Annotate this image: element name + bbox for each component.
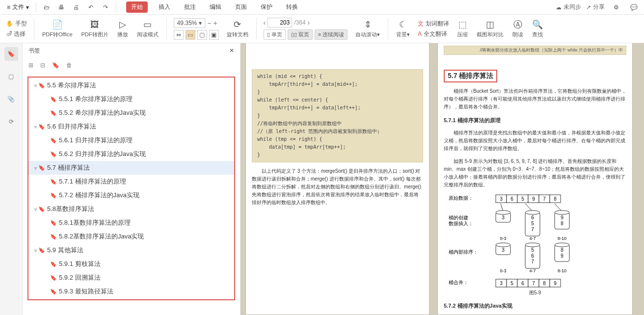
actual-size[interactable]: ▢	[197, 30, 207, 40]
tab-保护[interactable]: 保护	[258, 1, 275, 13]
rotate-label: 旋转文档	[227, 31, 248, 38]
file-label: 文件	[12, 3, 24, 11]
fit-visible[interactable]: ▣	[209, 30, 219, 40]
print-icon[interactable]: 🖨	[70, 1, 82, 14]
hand-tool[interactable]: ✋手型	[6, 20, 27, 28]
double-page[interactable]: ▯▯ 双页	[288, 29, 313, 40]
bookmark-item[interactable]: ▿🔖5.8基数排序算法	[28, 202, 234, 216]
background[interactable]: ☾背景▾	[393, 15, 413, 43]
play-button[interactable]: ▷播放	[114, 15, 131, 43]
open-icon[interactable]: 🗁	[40, 1, 53, 14]
pdf-to-office[interactable]: 📄PDF转Office	[39, 15, 76, 43]
close-icon[interactable]: ✕	[229, 47, 234, 54]
tab-批注[interactable]: 批注	[181, 1, 199, 13]
svg-point-38	[525, 243, 540, 247]
screenshot-compare[interactable]: ◫截图和对比	[474, 15, 507, 43]
zoom-in-icon[interactable]: +	[213, 19, 217, 27]
tab-转换[interactable]: 转换	[283, 1, 301, 13]
read-aloud[interactable]: Ⓐ朗读	[510, 15, 526, 43]
translate-icon: 文	[418, 20, 424, 28]
next-page-icon[interactable]: ›	[308, 19, 310, 26]
tab-开始[interactable]: 开始	[126, 1, 148, 13]
toggle-icon[interactable]: ▿	[32, 207, 38, 212]
attachment-tab-icon[interactable]: 📎	[4, 92, 18, 106]
bookmark-item[interactable]: 🔖5.5.1 希尔排序算法的原理	[28, 92, 234, 106]
svg-text:8-10: 8-10	[558, 268, 566, 273]
bookmark-label: 5.5.1 希尔排序算法的原理	[59, 95, 133, 104]
zoom-select[interactable]: 49.35%▾	[174, 18, 206, 28]
svg-text:5: 5	[531, 247, 534, 253]
background-label: 背景	[396, 31, 407, 37]
save-icon[interactable]: 🖶	[55, 1, 68, 14]
collapse-all-icon[interactable]: ⊟	[40, 62, 45, 69]
file-menu[interactable]: ≡ 文件 ▾	[4, 2, 32, 12]
word-translate[interactable]: 文划词翻译	[418, 20, 449, 28]
para1: 桶排序算法的原理是先找出数组中的最大值和最小值，并根据最大值和最小值定义桶，然后…	[444, 129, 626, 153]
svg-text:5: 5	[531, 221, 534, 226]
undo-icon[interactable]: ↶	[84, 1, 97, 14]
bookmark-item[interactable]: 🔖5.7.2 桶排序算法的Java实现	[28, 188, 234, 202]
compress[interactable]: ⬚压缩	[454, 15, 471, 43]
svg-text:3: 3	[500, 281, 503, 286]
bookmark-item[interactable]: ▿🔖5.5 希尔排序算法	[28, 79, 234, 92]
topbar: ≡ 文件 ▾ 🗁 🖶 🖨 ↶ ↷ 开始插入批注编辑页面保护转换 ☁未同步 ↗分享…	[0, 0, 644, 15]
bookmark-item[interactable]: ▿🔖5.7 桶排序算法	[28, 161, 234, 175]
bookmark-icon: 🔖	[50, 96, 57, 103]
bookmark-item[interactable]: 🔖5.7.1 桶排序算法的原理	[28, 175, 234, 188]
bookmark-item[interactable]: 🔖5.6.2 归并排序算法的Java实现	[28, 147, 234, 161]
svg-text:8: 8	[561, 221, 564, 226]
bookmark-item[interactable]: 🔖5.8.2基数排序算法的Java实现	[28, 230, 234, 243]
svg-text:8-10: 8-10	[558, 236, 566, 241]
zoom-group: 49.35%▾ − + ⇔ ▭ ▢ ▣	[172, 18, 221, 40]
page-input[interactable]	[268, 18, 292, 27]
fit-width[interactable]: ⇔	[174, 30, 184, 40]
toggle-icon[interactable]: ▿	[32, 165, 38, 171]
bookmark-item[interactable]: 🔖5.9.1 剪枝算法	[28, 257, 234, 271]
expand-all-icon[interactable]: ⊞	[28, 62, 33, 69]
cloud-tab-icon[interactable]: ⟳	[4, 115, 18, 129]
svg-text:7: 7	[531, 227, 534, 232]
bookmark-item[interactable]: ▿🔖5.6 归并排序算法	[28, 120, 234, 133]
svg-point-27	[555, 210, 569, 214]
settings-icon[interactable]: ⚙	[610, 1, 622, 14]
find[interactable]: 🔍查找	[529, 15, 546, 43]
bookmark-tab-icon[interactable]: 🔖	[4, 47, 18, 61]
thumbnail-tab-icon[interactable]: ▢	[4, 70, 18, 83]
continuous[interactable]: ≡ 连续阅读	[315, 29, 348, 40]
redo-icon[interactable]: ↷	[99, 1, 112, 14]
chat-icon[interactable]: 💬	[627, 1, 640, 14]
svg-text:6: 6	[521, 281, 524, 286]
toggle-icon[interactable]: ▿	[32, 124, 38, 130]
fit-page[interactable]: ▭	[186, 30, 195, 40]
auto-scroll[interactable]: ⇕自动滚动▾	[352, 15, 383, 43]
bookmark-item[interactable]: 🔖5.5.2 希尔排序算法的Java实现	[28, 106, 234, 120]
add-bookmark-icon[interactable]: 🔖	[52, 62, 59, 69]
single-page[interactable]: ▯ 单页	[264, 29, 286, 40]
pdf-to-image[interactable]: 🖼PDF转图片	[79, 15, 111, 43]
bookmark-item[interactable]: 🔖5.8.1基数排序算法的原理	[28, 216, 234, 230]
tab-插入[interactable]: 插入	[156, 1, 173, 13]
svg-point-35	[496, 243, 510, 247]
rotate-doc[interactable]: ⟳旋转文档	[224, 15, 251, 43]
compress-label: 压缩	[457, 31, 468, 38]
full-translate[interactable]: A全文翻译	[418, 30, 449, 38]
select-tool[interactable]: ⮰选择	[6, 30, 27, 38]
sync-status[interactable]: ☁未同步	[556, 3, 581, 11]
remove-bookmark-icon[interactable]: 🗑	[66, 62, 72, 69]
read-mode[interactable]: ▭阅读模式	[134, 15, 161, 43]
svg-text:5: 5	[510, 281, 513, 286]
tab-编辑[interactable]: 编辑	[207, 1, 224, 13]
subsection-title-2: 5.7.2 桶排序算法的Java实现	[444, 302, 626, 310]
bookmark-item[interactable]: 🔖5.6.1 归并排序算法的原理	[28, 133, 234, 147]
toggle-icon[interactable]: ▿	[32, 248, 38, 253]
bookmark-item[interactable]: 🔖5.9.3 最短路径算法	[28, 285, 234, 298]
share-button[interactable]: ↗分享	[586, 3, 605, 11]
bookmark-item[interactable]: ▿🔖5.9 其他算法	[28, 243, 234, 257]
prev-page-icon[interactable]: ‹	[264, 19, 266, 26]
toggle-icon[interactable]: ▿	[32, 83, 38, 88]
zoom-out-icon[interactable]: −	[207, 19, 211, 27]
svg-text:6: 6	[510, 196, 513, 202]
bookmark-item[interactable]: 🔖5.9.2 回溯算法	[28, 271, 234, 285]
document-area[interactable]: while (mid <= right) { tmpArr[third++] =…	[241, 43, 644, 315]
tab-页面[interactable]: 页面	[232, 1, 250, 13]
